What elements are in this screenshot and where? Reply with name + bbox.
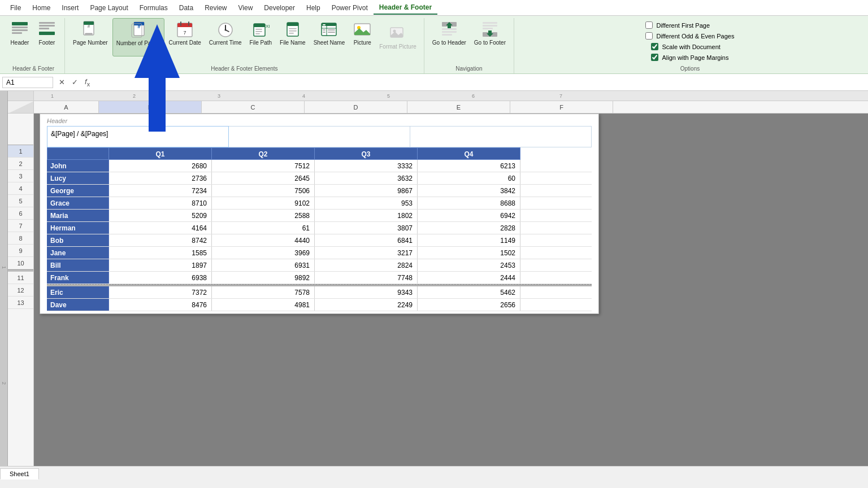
sheet-tab-1[interactable]: Sheet1: [0, 468, 39, 480]
cell-q3[interactable]: 3332: [315, 160, 418, 172]
cell-q1[interactable]: 8710: [109, 197, 212, 209]
select-all-button[interactable]: [8, 101, 34, 113]
page-number-button[interactable]: # ___ Page Number: [70, 18, 111, 56]
cell-q4[interactable]: 1502: [418, 247, 520, 259]
row-13[interactable]: 13: [8, 297, 33, 309]
menu-file[interactable]: File: [5, 2, 27, 14]
row-1[interactable]: 1: [8, 145, 33, 158]
row-2[interactable]: 2: [8, 158, 33, 170]
menu-developer[interactable]: Developer: [258, 2, 301, 14]
cell-q3[interactable]: 9867: [315, 185, 418, 197]
cell-q2[interactable]: 4440: [212, 234, 315, 246]
cell-q1[interactable]: 1897: [109, 259, 212, 271]
cell-q2[interactable]: 9892: [212, 272, 315, 284]
col-header-e[interactable]: E: [407, 101, 510, 113]
header-left-cell[interactable]: &[Page] / &[Pages]: [47, 126, 229, 147]
header-mid-cell[interactable]: [229, 126, 410, 147]
cell-q2[interactable]: 2588: [212, 210, 315, 221]
name-box[interactable]: [2, 77, 53, 88]
col-header-f[interactable]: F: [510, 101, 613, 113]
file-name-button[interactable]: File Name: [276, 18, 309, 56]
row-4[interactable]: 4: [8, 182, 33, 195]
cell-q1[interactable]: 7234: [109, 185, 212, 197]
row-7[interactable]: 7: [8, 220, 33, 232]
cell-q4[interactable]: 2453: [418, 259, 520, 271]
scale-with-doc-option[interactable]: Scale with Document: [651, 43, 720, 50]
cell-q3[interactable]: 1802: [315, 210, 418, 221]
cell-q3[interactable]: 953: [315, 197, 418, 209]
current-time-button[interactable]: Current Time: [206, 18, 245, 56]
cell-q1[interactable]: 7372: [109, 286, 212, 298]
cell-name[interactable]: Lucy: [47, 172, 109, 184]
row-8[interactable]: 8: [8, 232, 33, 245]
cell-q4[interactable]: 3842: [418, 185, 520, 197]
col-header-b[interactable]: B: [99, 101, 202, 113]
row-12[interactable]: 12: [8, 284, 33, 297]
cell-q2[interactable]: 4981: [212, 299, 315, 311]
menu-review[interactable]: Review: [199, 2, 232, 14]
cell-q2[interactable]: 7578: [212, 286, 315, 298]
fx-button[interactable]: fx: [81, 76, 93, 89]
cell-q2[interactable]: 2645: [212, 172, 315, 184]
cell-name[interactable]: Eric: [47, 286, 109, 298]
cell-q1[interactable]: 6938: [109, 272, 212, 284]
cell-name[interactable]: Dave: [47, 299, 109, 311]
footer-button[interactable]: Footer: [34, 18, 60, 56]
cell-name[interactable]: Jane: [47, 247, 109, 259]
align-with-margins-checkbox[interactable]: [651, 54, 658, 61]
cell-q2[interactable]: 9102: [212, 197, 315, 209]
cell-q4[interactable]: 8688: [418, 197, 520, 209]
cell-name[interactable]: Grace: [47, 197, 109, 209]
cell-q2[interactable]: 6931: [212, 259, 315, 271]
cell-q4[interactable]: 60: [418, 172, 520, 184]
diff-first-page-option[interactable]: Different First Page: [645, 21, 710, 29]
scale-with-doc-checkbox[interactable]: [651, 43, 658, 50]
cell-q1[interactable]: 5209: [109, 210, 212, 221]
cell-name[interactable]: Bill: [47, 259, 109, 271]
cell-q4[interactable]: 6942: [418, 210, 520, 221]
cell-q1[interactable]: 8476: [109, 299, 212, 311]
col-header-c[interactable]: C: [202, 101, 305, 113]
menu-formulas[interactable]: Formulas: [134, 2, 173, 14]
cell-q3[interactable]: 7748: [315, 272, 418, 284]
menu-help[interactable]: Help: [301, 2, 326, 14]
menu-insert[interactable]: Insert: [56, 2, 84, 14]
cell-q3[interactable]: 3217: [315, 247, 418, 259]
cell-q3[interactable]: 2249: [315, 299, 418, 311]
cell-name[interactable]: Frank: [47, 272, 109, 284]
cell-q4[interactable]: 2656: [418, 299, 520, 311]
cell-q2[interactable]: 3969: [212, 247, 315, 259]
cell-name[interactable]: Herman: [47, 222, 109, 234]
go-to-footer-button[interactable]: Go to Footer: [471, 18, 509, 56]
cell-q1[interactable]: 1585: [109, 247, 212, 259]
menu-power-pivot[interactable]: Power Pivot: [326, 2, 374, 14]
align-with-margins-option[interactable]: Align with Page Margins: [651, 54, 728, 61]
diff-odd-even-checkbox[interactable]: [645, 32, 653, 40]
file-path-button[interactable]: XL File Path: [246, 18, 275, 56]
menu-home[interactable]: Home: [27, 2, 56, 14]
row-5[interactable]: 5: [8, 195, 33, 207]
cell-q3[interactable]: 6841: [315, 234, 418, 246]
formula-input[interactable]: [96, 77, 866, 88]
header-right-cell[interactable]: [410, 126, 592, 147]
cell-q4[interactable]: 1149: [418, 234, 520, 246]
row-6[interactable]: 6: [8, 207, 33, 220]
cell-q3[interactable]: 2824: [315, 259, 418, 271]
cell-q4[interactable]: 5462: [418, 286, 520, 298]
cell-q4[interactable]: 2828: [418, 222, 520, 234]
cancel-formula-button[interactable]: ✕: [55, 77, 68, 88]
menu-data[interactable]: Data: [173, 2, 199, 14]
current-date-button[interactable]: 7 Current Date: [166, 18, 205, 56]
cell-q1[interactable]: 2736: [109, 172, 212, 184]
row-10[interactable]: 10: [8, 257, 33, 269]
format-picture-button[interactable]: Format Picture: [376, 18, 419, 56]
sheet-name-button[interactable]: Sheet Name: [310, 18, 349, 56]
go-to-header-button[interactable]: Go to Header: [429, 18, 470, 56]
row-3[interactable]: 3: [8, 170, 33, 182]
cell-name[interactable]: Bob: [47, 234, 109, 246]
menu-header-footer[interactable]: Header & Footer: [374, 1, 437, 15]
col-header-a[interactable]: A: [34, 101, 99, 113]
cell-q1[interactable]: 4164: [109, 222, 212, 234]
row-9[interactable]: 9: [8, 245, 33, 257]
confirm-formula-button[interactable]: ✓: [68, 77, 81, 88]
